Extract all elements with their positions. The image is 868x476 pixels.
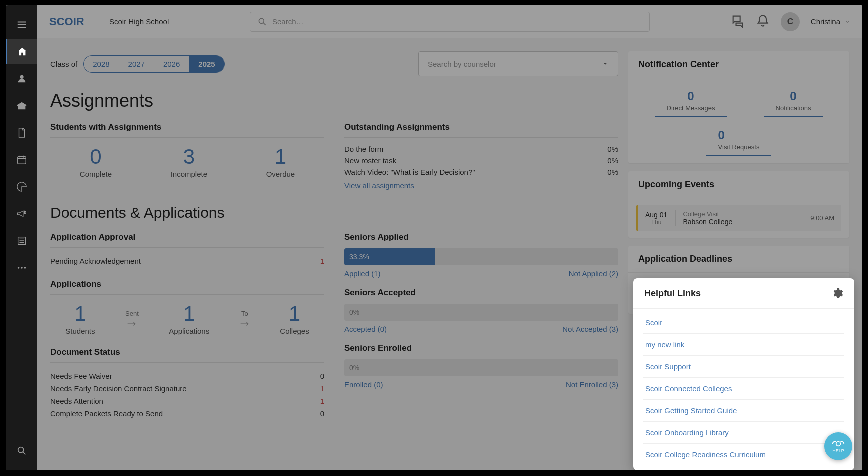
docs-apps-heading: Documents & Applications (50, 204, 618, 222)
help-fab[interactable]: HELP (824, 432, 852, 460)
doc-row[interactable]: Needs Fee Waiver0 (50, 370, 324, 382)
year-2027[interactable]: 2027 (119, 56, 154, 72)
event-time: 9:00 AM (810, 214, 834, 222)
nav-school[interactable] (6, 94, 37, 118)
approval-title: Application Approval (50, 232, 324, 248)
helpful-link[interactable]: Scoir College Readiness Curriculum (643, 444, 844, 466)
counselor-select[interactable]: Search by counselor (418, 52, 618, 76)
hamburger-menu[interactable] (6, 12, 37, 38)
messages-icon[interactable] (731, 14, 745, 30)
nav-document[interactable] (6, 120, 37, 146)
helpful-link[interactable]: Scoir Support (643, 356, 844, 378)
outstanding-title: Outstanding Assignments (344, 122, 618, 138)
not-enrolled-link[interactable]: Not Enrolled (3) (566, 380, 618, 389)
helpful-link[interactable]: my new link (643, 334, 844, 356)
logo[interactable]: SCOIR (49, 14, 99, 30)
flow-colleges[interactable]: 1Colleges (280, 302, 309, 336)
enrolled-bar: 0% (344, 360, 618, 376)
counselor-placeholder: Search by counselor (428, 60, 496, 68)
notifications-count[interactable]: 0Notifications (764, 86, 823, 118)
school-name: Scoir High School (109, 18, 169, 26)
doc-row[interactable]: Needs Attention1 (50, 395, 324, 408)
doc-status-title: Document Status (50, 348, 324, 363)
deadlines-header: Application Deadlines (628, 246, 849, 273)
arrow-to: To (240, 310, 250, 328)
visit-requests[interactable]: 0Visit Requests (706, 124, 772, 156)
nav-list[interactable] (6, 228, 37, 254)
notif-header: Notification Center (628, 52, 849, 78)
sidebar (6, 6, 37, 470)
seniors-enrolled-title: Seniors Enrolled (344, 344, 618, 354)
year-2026[interactable]: 2026 (154, 56, 189, 72)
nav-calendar[interactable] (6, 148, 37, 172)
svg-point-4 (24, 267, 26, 269)
nav-more[interactable] (6, 256, 37, 280)
search-icon (257, 17, 267, 27)
assignment-row[interactable]: New roster task0% (344, 156, 618, 165)
svg-point-2 (17, 267, 19, 269)
pending-ack-row[interactable]: Pending Acknowledgement1 (50, 255, 324, 268)
assignment-row[interactable]: Do the form0% (344, 145, 618, 154)
flow-students[interactable]: 1Students (65, 302, 95, 336)
search-box[interactable] (250, 12, 650, 32)
students-assignments-title: Students with Assignments (50, 122, 324, 138)
accepted-bar: 0% (344, 304, 618, 321)
view-all-link[interactable]: View all assignments (344, 182, 414, 190)
avatar[interactable]: C (781, 12, 800, 32)
flow-applications[interactable]: 1Applications (169, 302, 209, 336)
not-applied-link[interactable]: Not Applied (2) (569, 270, 618, 278)
helpful-link[interactable]: Scoir (643, 312, 844, 334)
year-2028[interactable]: 2028 (84, 56, 119, 72)
helpful-link[interactable]: Scoir Getting Started Guide (643, 400, 844, 422)
stat-complete[interactable]: 0Complete (80, 145, 112, 178)
class-of-label: Class of (50, 60, 77, 68)
svg-point-3 (21, 267, 23, 269)
arrow-sent: Sent (125, 310, 139, 328)
svg-point-7 (259, 18, 264, 24)
seniors-accepted-title: Seniors Accepted (344, 288, 618, 298)
user-menu[interactable]: Christina (811, 18, 850, 26)
assignment-row[interactable]: Watch Video: "What is Early Decision?"0% (344, 168, 618, 176)
gear-icon[interactable] (831, 288, 843, 300)
applied-bar: 33.3% (344, 248, 618, 266)
year-pills: 2028 2027 2026 2025 (83, 56, 225, 73)
accepted-link[interactable]: Accepted (0) (344, 325, 387, 334)
svg-point-5 (18, 448, 23, 453)
helpful-title: Helpful Links (644, 288, 701, 299)
helpful-link[interactable]: Scoir Onboarding Library (643, 422, 844, 444)
svg-text:SCOIR: SCOIR (49, 16, 84, 28)
nav-people[interactable] (6, 66, 37, 92)
helpful-link[interactable]: Scoir Connected Colleges (643, 378, 844, 400)
event-row[interactable]: Aug 01Thu College VisitBabson College 9:… (636, 206, 841, 231)
not-accepted-link[interactable]: Not Accepted (3) (562, 325, 618, 334)
stat-overdue[interactable]: 1Overdue (266, 145, 295, 178)
header: SCOIR Scoir High School C Christina (37, 6, 862, 38)
seniors-applied-title: Seniors Applied (344, 232, 618, 242)
search-input[interactable] (272, 18, 642, 26)
user-name: Christina (811, 18, 840, 26)
year-2025[interactable]: 2025 (189, 56, 224, 72)
nav-announce[interactable] (6, 202, 37, 226)
stat-incomplete[interactable]: 3Incomplete (171, 145, 207, 178)
bell-icon[interactable] (756, 14, 770, 30)
nav-home[interactable] (6, 40, 37, 64)
notification-card: Notification Center 0Direct Messages 0No… (628, 52, 849, 164)
doc-row[interactable]: Needs Early Decision Contract Signature1 (50, 382, 324, 395)
events-card: Upcoming Events Aug 01Thu College VisitB… (628, 172, 849, 238)
enrolled-link[interactable]: Enrolled (0) (344, 380, 383, 389)
assignments-heading: Assignments (50, 90, 618, 112)
chevron-down-icon (844, 19, 850, 25)
applied-link[interactable]: Applied (1) (344, 270, 381, 278)
doc-row[interactable]: Complete Packets Ready to Send0 (50, 408, 324, 420)
nav-search[interactable] (6, 438, 37, 464)
svg-rect-0 (17, 157, 26, 164)
dropdown-icon (602, 60, 609, 68)
event-date: Aug 01Thu (645, 211, 667, 226)
nav-reports[interactable] (6, 174, 37, 200)
help-label: HELP (832, 448, 844, 454)
applications-title: Applications (50, 280, 324, 295)
helpful-links-panel: Helpful Links Scoir my new link Scoir Su… (633, 278, 854, 470)
events-header: Upcoming Events (628, 172, 849, 198)
direct-messages[interactable]: 0Direct Messages (655, 86, 727, 118)
